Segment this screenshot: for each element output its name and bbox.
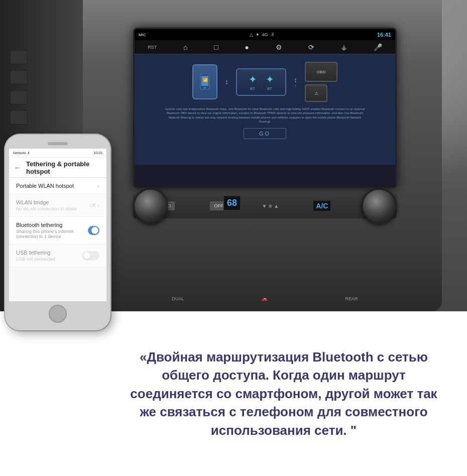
car-icon: 🚗: [262, 296, 267, 301]
wlan-bridge-label: WLAN bridge: [16, 199, 77, 205]
phone-back-button[interactable]: ←: [14, 164, 21, 172]
triangle-icon: △: [250, 32, 253, 37]
phone-speaker: [48, 142, 68, 145]
status-left-icons: MIC: [139, 33, 146, 37]
arrow-right: ↕ ↑: [294, 76, 297, 88]
portable-wlan-chevron: ›: [97, 183, 99, 189]
home-button[interactable]: [10, 70, 28, 84]
screen-content: 📶 ↕ ✦ BT ✦: [135, 54, 395, 165]
usb-tethering-label: USB tethering: [16, 250, 55, 256]
settings-icon[interactable]: ⚙: [276, 43, 282, 51]
phone-device: Network .ll 10:03 ← Tethering & portable…: [5, 135, 110, 330]
dual-label: DUAL: [172, 296, 184, 301]
svg-point-2: [204, 87, 206, 89]
obd-icon: OBD: [305, 62, 337, 82]
bluetooth-tethering-item[interactable]: Bluetooth tethering Sharing this phone's…: [9, 217, 106, 245]
phone-time: 10:03: [93, 151, 102, 155]
bt-tethering-sublabel: Sharing this phone's Internet connection…: [16, 229, 88, 239]
head-unit-screen: MIC △ ✦ 4G .ll 16:41 RST ⌂ □ ● ⚙ ⟳ ⚶ 🎤: [133, 28, 397, 188]
usb-tethering-sublabel: USB not connected: [16, 257, 55, 262]
phone-bottom-bar: [9, 301, 106, 326]
phone-screen-title: Tethering & portable hotspot: [26, 160, 101, 175]
quote-section: «Двойная маршрутизация Bluetooth с сетью…: [0, 311, 467, 476]
left-buttons: [10, 50, 28, 125]
arrow-left: ↕: [225, 78, 228, 86]
apps-icon[interactable]: □: [214, 43, 218, 51]
signal-icon: 4G: [262, 32, 268, 37]
wifi-icon[interactable]: ⟳: [308, 43, 314, 51]
main-quote-text: «Двойная маршрутизация Bluetooth с сетью…: [121, 348, 447, 439]
off-label: Off: [89, 203, 95, 208]
bt-phone-icon: 📶: [192, 64, 217, 99]
head-unit-status-bar: MIC △ ✦ 4G .ll 16:41: [135, 29, 395, 40]
wlan-bridge-chevron: ›: [97, 202, 99, 208]
navigation-bar[interactable]: RST ⌂ □ ● ⚙ ⟳ ⚶ 🎤: [135, 40, 395, 54]
left-climate-knob[interactable]: [133, 188, 168, 223]
mic-label: MIC: [139, 33, 146, 37]
right-climate-knob[interactable]: [362, 188, 397, 223]
phone-status-bar: Network .ll 10:03: [9, 149, 106, 158]
bottom-labels: DUAL 🚗 REAR: [133, 296, 397, 301]
svg-text:📶: 📶: [203, 77, 208, 82]
control-panel: AUTO OFF ▼ ❄ ▲ A/C MODE ⟳: [133, 193, 397, 218]
rst-button[interactable]: RST: [148, 45, 157, 50]
bluetooth-diagram: 📶 ↕ ✦ BT ✦: [192, 62, 337, 102]
portable-wlan-item[interactable]: Portable WLAN hotspot ›: [9, 178, 106, 194]
usb-tethering-item: USB tethering USB not connected: [9, 245, 106, 267]
bt-unit-icon: ✦ BT ✦ BT: [236, 68, 286, 96]
phone-network-info: Network .ll: [13, 151, 30, 155]
temperature-display: 68: [223, 196, 241, 210]
volume-button[interactable]: [10, 110, 28, 125]
back-button[interactable]: [10, 90, 28, 104]
power-button[interactable]: [10, 50, 28, 64]
usb-tethering-toggle: [82, 251, 99, 260]
clock-display: 16:41: [377, 32, 391, 38]
phone-screen: Network .ll 10:03 ← Tethering & portable…: [9, 149, 106, 311]
phone-home-button[interactable]: [49, 305, 67, 323]
home-nav-icon[interactable]: ⌂: [183, 43, 187, 51]
bluetooth-icon: ✦: [256, 32, 260, 37]
ac-button[interactable]: A/C: [313, 200, 331, 211]
tpms-icon: ⚠: [305, 84, 327, 102]
right-device-icons: OBD ⚠: [305, 62, 337, 102]
wlan-bridge-sublabel: No WLAN connection to share: [16, 206, 77, 211]
mic-nav-icon[interactable]: 🎤: [374, 43, 382, 51]
phone-top-bar: [9, 139, 106, 149]
signal-bars: .ll: [271, 32, 274, 37]
bt-tethering-label: Bluetooth tethering: [16, 222, 88, 228]
status-center-icons: △ ✦ 4G .ll: [250, 32, 274, 37]
portable-wlan-label: Portable WLAN hotspot: [16, 183, 74, 189]
phone-header[interactable]: ← Tethering & portable hotspot: [9, 158, 106, 178]
wlan-bridge-item: WLAN bridge No WLAN connection to share …: [9, 194, 106, 217]
screen-description-text: System uses two independent Bluetooth ch…: [165, 107, 366, 124]
dot-icon[interactable]: ●: [245, 43, 249, 51]
rear-label: REAR: [345, 296, 358, 301]
bt-tethering-toggle[interactable]: [88, 226, 99, 235]
usb-icon[interactable]: ⚶: [341, 43, 347, 51]
go-button[interactable]: GO: [244, 128, 286, 139]
